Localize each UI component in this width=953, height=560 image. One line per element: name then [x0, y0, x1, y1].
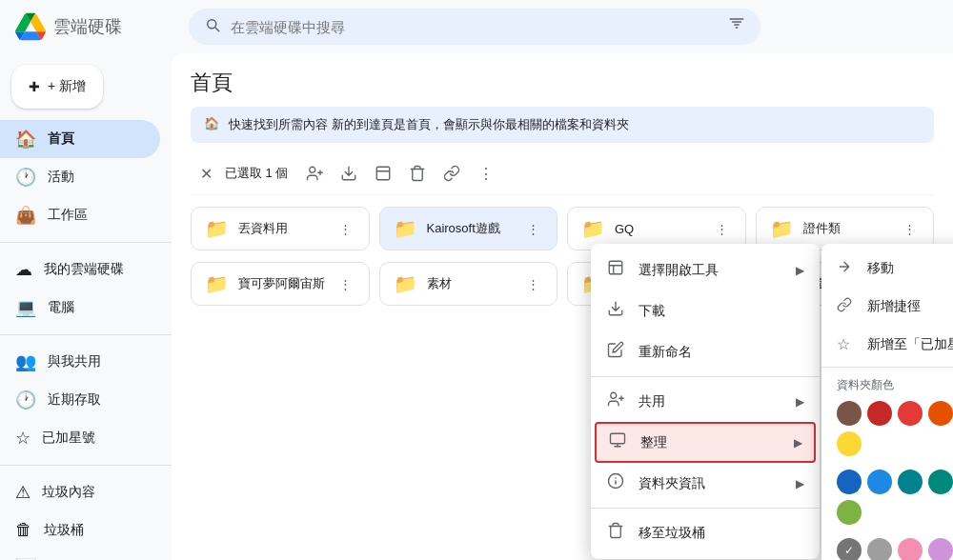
- sidebar-item-starred[interactable]: ☆ 已加星號: [0, 419, 160, 457]
- folder-more-button[interactable]: ⋮: [523, 275, 543, 293]
- cm-rename[interactable]: 重新命名: [591, 331, 820, 372]
- color-dot-red[interactable]: [898, 401, 923, 426]
- cm-organize[interactable]: 整理 ▶: [595, 422, 816, 463]
- sidebar-item-shared[interactable]: 👥 與我共用: [0, 343, 160, 381]
- rename-icon: [606, 341, 625, 363]
- sidebar-item-my-drive[interactable]: ☁ 我的雲端硬碟: [0, 250, 160, 289]
- activity-icon: 🕐: [15, 167, 36, 188]
- filter-icon[interactable]: [728, 16, 745, 37]
- share-icon: [606, 390, 625, 412]
- new-button[interactable]: ✚ + 新增: [11, 65, 103, 109]
- color-dot-red-dark[interactable]: [867, 401, 892, 426]
- color-dot-orange-dark[interactable]: [928, 401, 953, 426]
- folder-material[interactable]: 📁 素材 ⋮: [379, 262, 558, 306]
- sm-add-shortcut[interactable]: 新增捷徑: [821, 288, 953, 326]
- topbar: 雲端硬碟: [0, 0, 953, 53]
- starred-icon: ☆: [15, 428, 30, 449]
- sidebar-item-storage[interactable]: 📊 儲存空間: [0, 549, 160, 560]
- folder-name: GQ: [615, 222, 702, 236]
- delete-button[interactable]: [402, 158, 433, 189]
- search-icon: [204, 16, 221, 37]
- cm-download[interactable]: 下載: [591, 290, 820, 331]
- sm-starred-label: 新增至「已加星號」專區: [867, 336, 953, 353]
- folder-more-button[interactable]: ⋮: [712, 220, 732, 238]
- sidebar-item-label: 活動: [48, 169, 74, 186]
- sm-move[interactable]: 移動: [821, 250, 953, 288]
- color-dot-grey-check[interactable]: ✓: [837, 538, 862, 560]
- more-button[interactable]: ⋮: [471, 158, 501, 189]
- add-person-button[interactable]: [299, 158, 330, 189]
- spam-icon: ⚠: [15, 482, 30, 503]
- cm-open-with-label: 選擇開啟工具: [639, 262, 719, 279]
- link-button[interactable]: [436, 158, 467, 189]
- arrow-icon: ▶: [796, 477, 804, 490]
- sidebar-item-label: 已加星號: [42, 430, 95, 447]
- folder-junk[interactable]: 📁 丟資料用 ⋮: [191, 207, 370, 250]
- download-button[interactable]: [334, 158, 364, 189]
- folder-icon: 📁: [205, 272, 229, 295]
- folder-more-button[interactable]: ⋮: [335, 275, 355, 293]
- home-banner-icon: 🏠: [204, 116, 219, 130]
- color-dot-pink-light[interactable]: [898, 538, 923, 560]
- close-button[interactable]: ✕: [191, 158, 221, 189]
- color-dot-brown[interactable]: [837, 401, 862, 426]
- color-grid: [821, 397, 953, 466]
- cm-folder-info[interactable]: 資料夾資訊 ▶: [591, 463, 820, 504]
- computer-icon: 💻: [15, 297, 36, 318]
- color-dot-blue[interactable]: [837, 470, 862, 494]
- cm-move-trash-label: 移至垃圾桶: [639, 525, 705, 542]
- sidebar-item-label: 垃圾桶: [44, 522, 84, 539]
- app-name: 雲端硬碟: [53, 15, 122, 38]
- folder-kairosoft[interactable]: 📁 Kairosoft遊戲 ⋮: [379, 207, 558, 250]
- color-dot-grey-light[interactable]: [867, 538, 892, 560]
- color-dot-yellow[interactable]: [837, 431, 862, 456]
- sidebar-item-label: 近期存取: [48, 391, 101, 409]
- folder-more-button[interactable]: ⋮: [900, 220, 920, 238]
- sidebar-item-recent[interactable]: 🕐 近期存取: [0, 381, 160, 419]
- sidebar-item-spam[interactable]: ⚠ 垃圾內容: [0, 473, 160, 511]
- color-dot-green-light[interactable]: [837, 500, 862, 525]
- sm-add-starred[interactable]: ☆ 新增至「已加星號」專區: [821, 326, 953, 363]
- svg-rect-2: [611, 433, 625, 444]
- color-dot-purple-light[interactable]: [928, 538, 953, 560]
- arrow-icon: ▶: [796, 264, 804, 277]
- move-trash-icon: [606, 522, 625, 544]
- context-menu: 選擇開啟工具 ▶ 下載 重新命名 共用 ▶: [591, 244, 820, 559]
- folder-icon: 📁: [581, 217, 605, 240]
- selected-count: 已選取 1 個: [225, 165, 288, 182]
- cm-share[interactable]: 共用 ▶: [591, 381, 820, 422]
- cm-share-label: 共用: [639, 393, 665, 410]
- sidebar-item-activity[interactable]: 🕐 活動: [0, 158, 160, 196]
- color-dot-teal-dark[interactable]: [898, 470, 923, 494]
- page-title: 首頁: [191, 69, 934, 97]
- color-grid-row2: [821, 466, 953, 534]
- sm-move-label: 移動: [867, 260, 894, 277]
- sidebar: ✚ + 新增 🏠 首頁 🕐 活動 👜 工作區 ☁ 我的雲端硬碟 💻 電腦: [0, 53, 172, 560]
- preview-button[interactable]: [368, 158, 398, 189]
- folder-more-button[interactable]: ⋮: [335, 220, 355, 238]
- info-icon: [606, 472, 625, 494]
- search-bar[interactable]: [189, 9, 760, 45]
- cm-open-with[interactable]: 選擇開啟工具 ▶: [591, 250, 820, 290]
- folder-baoke[interactable]: 📁 寶可夢阿爾宙斯 ⋮: [191, 262, 370, 306]
- sidebar-item-home[interactable]: 🏠 首頁: [0, 120, 160, 158]
- folder-icon: 📁: [394, 217, 417, 240]
- search-input[interactable]: [231, 19, 719, 35]
- cm-rename-label: 重新命名: [639, 344, 692, 361]
- star-icon: ☆: [837, 335, 856, 353]
- sidebar-item-workspace[interactable]: 👜 工作區: [0, 196, 160, 234]
- cm-move-trash[interactable]: 移至垃圾桶: [591, 512, 820, 553]
- color-dot-teal[interactable]: [928, 470, 953, 494]
- trash-icon: 🗑: [15, 520, 32, 540]
- sidebar-item-trash[interactable]: 🗑 垃圾桶: [0, 511, 160, 549]
- arrow-icon: ▶: [796, 395, 804, 409]
- shared-icon: 👥: [15, 351, 36, 372]
- drive-logo-icon: [15, 11, 46, 42]
- folder-more-button[interactable]: ⋮: [523, 220, 543, 238]
- folder-icon: 📁: [770, 217, 794, 240]
- sidebar-item-computer[interactable]: 💻 電腦: [0, 289, 160, 327]
- toolbar: ✕ 已選取 1 個 ⋮: [191, 152, 934, 195]
- arrow-icon: ▶: [794, 436, 802, 450]
- color-dot-blue-light[interactable]: [867, 470, 892, 494]
- recent-icon: 🕐: [15, 390, 36, 410]
